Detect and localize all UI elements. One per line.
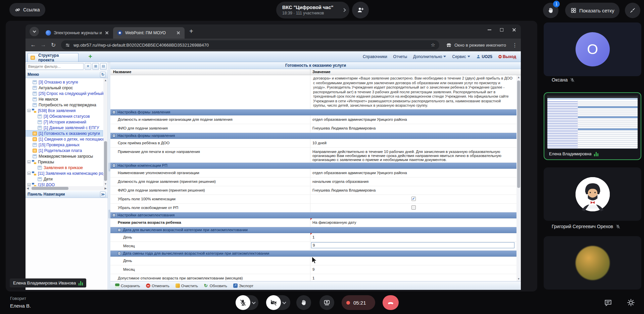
close-tab-icon[interactable] [104,30,110,36]
navigation-panel-header[interactable]: Панель Навигации ≫ [26,191,108,198]
sidebar-item[interactable]: Дети [26,176,108,182]
scroll-up-arrow[interactable]: ▲ [516,75,521,80]
browser-menu-button[interactable]: ⋮ [512,42,517,48]
camera-options-chevron[interactable] [282,300,286,304]
collapse-node-icon[interactable] [28,109,31,112]
window-maximize-button[interactable] [500,28,503,32]
sidebar-item[interactable]: [15] Проверка данных [26,142,108,148]
collapse-node-icon[interactable] [28,160,31,163]
clear-filter-button[interactable]: ✕ [85,63,91,70]
scroll-down-arrow[interactable]: ▼ [103,182,108,186]
chat-button[interactable] [603,297,613,308]
tab-project-structure[interactable]: Структура проекта [28,53,79,62]
collapse-tree-button[interactable]: ⊟ [100,63,107,70]
sidebar-item[interactable]: Приказы [26,159,108,165]
sidebar-item[interactable]: [25] Спрос на следующий учебный год [26,91,108,96]
show-grid-button[interactable]: Показать сетку [565,3,620,18]
sidebar-item[interactable]: [11] Заявления на компенсацию родите [26,170,108,176]
scroll-right-arrow[interactable]: ▶ [103,186,108,191]
mic-options-chevron[interactable] [252,300,255,304]
sidebar-item[interactable]: [1] Родительская плата [26,148,108,153]
scroll-left-arrow[interactable]: ◀ [26,186,30,191]
scroll-up-arrow[interactable]: ▲ [103,78,108,83]
tree-scroll-thumb[interactable] [104,141,107,181]
new-tab-button[interactable]: + [189,28,193,35]
logout-button[interactable]: Выход [498,54,516,59]
sidebar-item[interactable]: [1] Готовность к оказанию услуги [26,130,103,136]
toolbar-export-button[interactable]: Экспорт [231,283,255,288]
sidebar-item[interactable]: Заявления в приказе [26,165,108,170]
toolbar-cancel-button[interactable]: Отменить [144,283,171,288]
browser-tab-webpoint[interactable]: WebPoint: ПМ МОУО [113,27,185,39]
mic-button[interactable] [236,295,250,310]
refresh-tree-button[interactable]: ↻ [100,72,106,77]
menu-item-Справочники[interactable]: Справочники [363,54,387,59]
checkbox[interactable] [411,205,416,210]
section-header-row[interactable]: Настройки компенсации РП [110,163,516,169]
menu-item-Дополнительно[interactable]: Дополнительно [413,54,446,59]
window-close-button[interactable] [512,28,516,32]
sidebar-item[interactable]: [3] Отказано в услуге [26,79,108,85]
scroll-down-arrow[interactable]: ▼ [516,277,521,281]
sidebar-item[interactable]: [1] Данные заявлений с ЕПГУ [26,125,108,130]
copy-link-button[interactable]: Ссылка [9,3,45,16]
sidebar-item[interactable]: Актуальный спрос [26,85,108,91]
reload-button[interactable]: ↻ [49,41,58,49]
raise-hand-button[interactable] [296,295,311,310]
share-screen-button[interactable] [319,295,334,310]
sidebar-item[interactable]: [1] Сведения о детях, не посещающих Д [26,136,108,142]
back-button[interactable]: ← [29,41,38,49]
table-scroll-thumb[interactable] [517,81,520,188]
sidebar-item[interactable]: Межведомственные запросы [26,153,108,159]
collapse-section-icon[interactable] [112,214,115,217]
filter-input[interactable] [27,63,84,70]
collapse-node-icon[interactable] [28,183,31,186]
section-header-row[interactable]: Дата смены года для вычисления возрастно… [110,251,516,257]
meeting-info-pill[interactable]: ВКС "Цифровой час" 18:39 · 111 участнико… [276,2,349,18]
toolbar-save-button[interactable]: Сохранить [113,283,142,288]
sidebar-item[interactable]: [538] Все заявления [26,108,108,113]
browser-tab-journals[interactable]: Электронные журналы и днев [42,27,113,39]
collapse-section-icon[interactable] [112,111,115,114]
expand-tree-button[interactable]: ⊞ [92,63,99,70]
participant-tile-fourth[interactable] [544,236,641,290]
collapse-section-icon[interactable] [118,252,121,255]
collapse-view-button[interactable] [625,3,640,18]
sidebar-item[interactable]: [7] История изменений [26,119,108,125]
collapse-panel-button[interactable]: ≫ [100,192,106,197]
sidebar-item[interactable]: Не явился [26,96,108,102]
participant-tile-oksana[interactable]: О [544,22,641,76]
tree-horizontal-scrollbar[interactable]: ◀ ▶ [26,186,108,191]
section-header-row[interactable]: Дата для вычисления возрастной категории… [110,227,516,233]
menu-item-Сервис[interactable]: Сервис [452,54,470,59]
section-header-row[interactable]: Настройка формы направления [110,133,516,139]
section-header-row[interactable]: Настройка формы заявления [110,109,516,115]
close-tab-icon[interactable] [176,30,181,36]
value-input[interactable]: 9 [311,242,514,248]
add-participant-button[interactable] [352,2,369,18]
participant-tile-grigoriy[interactable] [544,167,641,221]
tree-scrollbar[interactable]: ▲ ▼ [103,78,108,186]
user-indicator[interactable]: UO25 [476,54,492,59]
address-bar[interactable]: wp.obr57.ru/#wp-ui-default:B0202CD6B5EC4… [61,40,439,50]
table-scrollbar[interactable]: ▲ ▼ [516,75,521,281]
tree-hscroll-thumb[interactable] [32,187,68,190]
toolbar-clear-button[interactable]: Очистить [174,283,200,288]
toolbar-refresh-button[interactable]: ↻Обновить [202,283,229,288]
sidebar-item[interactable]: Потребность не подтверждена [26,102,108,108]
collapse-section-icon[interactable] [112,134,115,137]
collapse-section-icon[interactable] [118,228,121,231]
window-minimize-button[interactable] [488,30,491,30]
add-panel-tab-button[interactable]: + [79,51,102,62]
recording-indicator[interactable]: 05:21 [342,295,375,310]
participant-tile-elena-share[interactable]: Елена Владимировна Ивано... [544,92,641,160]
collapse-section-icon[interactable] [112,164,115,167]
tab-search-button[interactable] [30,27,39,36]
bookmark-star-icon[interactable]: ☆ [431,42,435,48]
section-header-row[interactable]: Настройки автокомплектования [110,212,516,218]
checkbox[interactable]: ✓ [411,197,416,201]
end-call-button[interactable] [383,295,399,310]
sidebar-item[interactable]: [3] Обновления статусов [26,113,108,119]
menu-item-Отчеты[interactable]: Отчеты [393,54,407,59]
sidebar-item[interactable]: [15] ДОО [26,182,108,186]
